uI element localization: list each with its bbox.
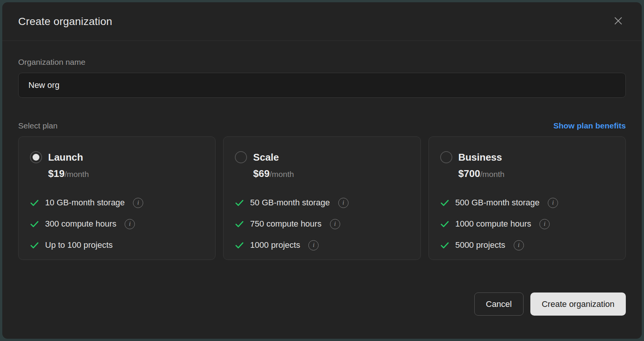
check-icon [440,241,449,250]
check-icon [235,241,244,250]
info-icon[interactable]: i [514,240,524,250]
plan-feature: 1000 projects i [235,239,410,251]
plan-price: $19 [48,168,64,180]
cancel-button[interactable]: Cancel [474,293,524,316]
plan-name: Launch [48,152,83,163]
check-icon [440,219,449,228]
org-name-label: Organization name [18,58,626,67]
plan-price: $700 [458,168,480,180]
create-organization-modal: Create organization Organization name Se… [2,2,642,339]
plan-radio[interactable] [235,151,247,163]
feature-text: 1000 projects [250,240,300,250]
plan-feature: 300 compute hours i [30,218,205,230]
plan-radio[interactable] [30,151,42,163]
check-icon [30,241,39,250]
plan-name: Business [458,152,502,163]
check-icon [30,198,39,207]
plan-feature-list: 10 GB-month storage i 300 compute hours … [30,197,205,251]
info-icon[interactable]: i [330,219,340,229]
plan-card-launch[interactable]: Launch $19/month 10 GB-month storage i 3… [18,136,216,260]
plan-feature-list: 500 GB-month storage i 1000 compute hour… [440,197,615,251]
plan-card-business[interactable]: Business $700/month 500 GB-month storage… [428,136,626,260]
select-plan-label: Select plan [18,121,58,130]
create-organization-button[interactable]: Create organization [530,293,626,316]
feature-text: 750 compute hours [250,219,321,229]
plan-name: Scale [253,152,279,163]
close-button[interactable] [611,15,625,28]
plan-price-period: /month [64,170,89,179]
plan-feature-list: 50 GB-month storage i 750 compute hours … [235,197,410,251]
modal-footer: Cancel Create organization [2,293,642,316]
plan-feature: 1000 compute hours i [440,218,615,230]
feature-text: 500 GB-month storage [455,198,540,208]
plan-feature: 50 GB-month storage i [235,197,410,208]
feature-text: 10 GB-month storage [45,198,125,208]
check-icon [235,198,244,207]
modal-header: Create organization [2,2,642,41]
info-icon[interactable]: i [133,198,143,208]
check-icon [30,219,39,228]
plan-price-period: /month [270,170,294,179]
check-icon [440,198,449,207]
plan-price: $69 [253,168,269,180]
feature-text: 300 compute hours [45,219,116,229]
check-icon [235,219,244,228]
plan-feature: Up to 100 projects i [30,239,205,251]
info-icon[interactable]: i [125,219,135,229]
plan-feature: 10 GB-month storage i [30,197,205,208]
show-plan-benefits-link[interactable]: Show plan benefits [553,121,626,130]
modal-body: Organization name Select plan Show plan … [2,58,642,260]
plan-feature: 500 GB-month storage i [440,197,615,208]
close-icon [613,15,624,28]
plan-radio[interactable] [440,151,452,163]
plan-list: Launch $19/month 10 GB-month storage i 3… [18,136,626,260]
feature-text: 50 GB-month storage [250,198,330,208]
org-name-input[interactable] [18,73,626,98]
feature-text: Up to 100 projects [45,240,113,250]
plan-card-scale[interactable]: Scale $69/month 50 GB-month storage i 75… [223,136,420,260]
info-icon[interactable]: i [308,240,319,250]
info-icon[interactable]: i [548,198,558,208]
plan-feature: 5000 projects i [440,239,615,251]
info-icon[interactable]: i [338,198,349,208]
feature-text: 5000 projects [455,240,505,250]
plan-feature: 750 compute hours i [235,218,410,230]
plan-price-period: /month [480,170,505,179]
feature-text: 1000 compute hours [455,219,531,229]
modal-title: Create organization [18,16,112,28]
info-icon[interactable]: i [539,219,550,229]
